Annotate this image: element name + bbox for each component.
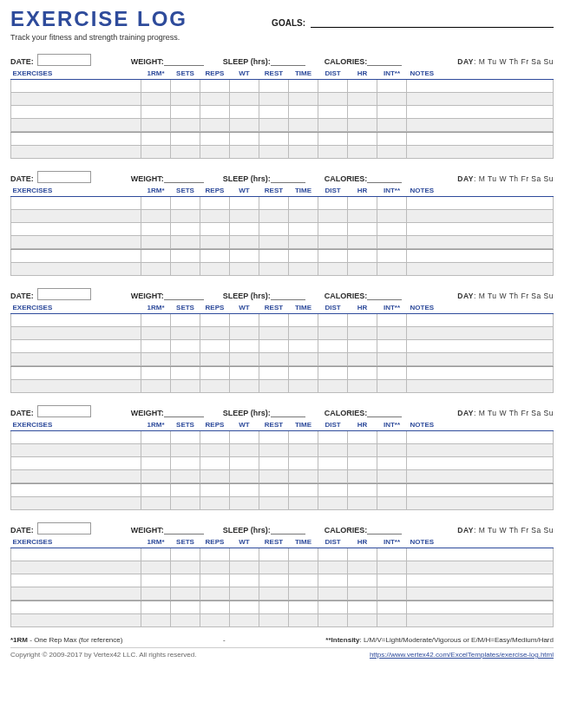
weight-input[interactable] — [164, 407, 204, 417]
cell[interactable] — [407, 367, 554, 380]
calories-input[interactable] — [367, 56, 402, 66]
cell[interactable] — [141, 444, 171, 457]
cell[interactable] — [259, 93, 289, 106]
weight-input[interactable] — [164, 290, 204, 300]
cell[interactable] — [230, 470, 259, 483]
table-row[interactable] — [11, 146, 554, 159]
cell[interactable] — [259, 601, 289, 614]
cell[interactable] — [407, 197, 554, 210]
cell[interactable] — [348, 457, 377, 470]
day-selector[interactable]: DAY: M Tu W Th Fr Sa Su — [457, 409, 554, 417]
cell[interactable] — [318, 340, 348, 353]
cell[interactable] — [289, 457, 318, 470]
cell[interactable] — [200, 614, 230, 627]
source-url[interactable]: https://www.vertex42.com/ExcelTemplates/… — [370, 651, 554, 659]
cell[interactable] — [348, 223, 377, 236]
cell[interactable] — [141, 431, 171, 444]
cell[interactable] — [407, 210, 554, 223]
cell[interactable] — [348, 146, 377, 159]
cell[interactable] — [200, 250, 230, 263]
cell[interactable] — [259, 431, 289, 444]
cell[interactable] — [318, 470, 348, 483]
cell[interactable] — [318, 367, 348, 380]
cell[interactable] — [230, 119, 259, 132]
table-row[interactable] — [11, 236, 554, 249]
cell[interactable] — [200, 146, 230, 159]
cell[interactable] — [11, 119, 141, 132]
cell[interactable] — [289, 484, 318, 497]
cell[interactable] — [171, 327, 200, 340]
cell[interactable] — [171, 106, 200, 119]
cell[interactable] — [407, 263, 554, 276]
cell[interactable] — [230, 314, 259, 327]
cell[interactable] — [407, 587, 554, 600]
cell[interactable] — [11, 561, 141, 574]
cell[interactable] — [377, 119, 407, 132]
cell[interactable] — [11, 497, 141, 510]
cell[interactable] — [230, 340, 259, 353]
cell[interactable] — [289, 470, 318, 483]
cell[interactable] — [200, 353, 230, 366]
cell[interactable] — [259, 484, 289, 497]
cell[interactable] — [259, 587, 289, 600]
table-row[interactable] — [11, 457, 554, 470]
table-row[interactable] — [11, 470, 554, 483]
cell[interactable] — [171, 263, 200, 276]
table-row[interactable] — [11, 314, 554, 327]
cell[interactable] — [259, 340, 289, 353]
cell[interactable] — [11, 197, 141, 210]
cell[interactable] — [171, 80, 200, 93]
cell[interactable] — [171, 210, 200, 223]
cell[interactable] — [259, 119, 289, 132]
cell[interactable] — [348, 263, 377, 276]
cell[interactable] — [11, 250, 141, 263]
cell[interactable] — [230, 353, 259, 366]
cell[interactable] — [289, 340, 318, 353]
cell[interactable] — [377, 353, 407, 366]
cell[interactable] — [230, 133, 259, 146]
cell[interactable] — [377, 574, 407, 587]
cell[interactable] — [171, 561, 200, 574]
cell[interactable] — [377, 601, 407, 614]
cell[interactable] — [348, 561, 377, 574]
cell[interactable] — [377, 548, 407, 561]
cell[interactable] — [377, 223, 407, 236]
cell[interactable] — [141, 250, 171, 263]
cell[interactable] — [318, 197, 348, 210]
cell[interactable] — [407, 93, 554, 106]
cell[interactable] — [348, 548, 377, 561]
cell[interactable] — [289, 574, 318, 587]
cell[interactable] — [259, 197, 289, 210]
cell[interactable] — [289, 236, 318, 249]
cell[interactable] — [318, 93, 348, 106]
cell[interactable] — [141, 484, 171, 497]
cell[interactable] — [318, 223, 348, 236]
cell[interactable] — [289, 223, 318, 236]
cell[interactable] — [11, 353, 141, 366]
cell[interactable] — [11, 380, 141, 393]
sleep-input[interactable] — [271, 290, 305, 300]
cell[interactable] — [171, 601, 200, 614]
cell[interactable] — [230, 380, 259, 393]
calories-input[interactable] — [367, 173, 402, 183]
cell[interactable] — [171, 444, 200, 457]
cell[interactable] — [230, 250, 259, 263]
cell[interactable] — [141, 340, 171, 353]
cell[interactable] — [141, 80, 171, 93]
cell[interactable] — [259, 497, 289, 510]
cell[interactable] — [171, 367, 200, 380]
cell[interactable] — [407, 133, 554, 146]
cell[interactable] — [171, 484, 200, 497]
cell[interactable] — [171, 457, 200, 470]
cell[interactable] — [141, 587, 171, 600]
cell[interactable] — [377, 497, 407, 510]
cell[interactable] — [377, 80, 407, 93]
cell[interactable] — [259, 380, 289, 393]
cell[interactable] — [171, 431, 200, 444]
cell[interactable] — [348, 587, 377, 600]
cell[interactable] — [348, 367, 377, 380]
cell[interactable] — [318, 574, 348, 587]
cell[interactable] — [200, 197, 230, 210]
cell[interactable] — [11, 263, 141, 276]
cell[interactable] — [348, 236, 377, 249]
